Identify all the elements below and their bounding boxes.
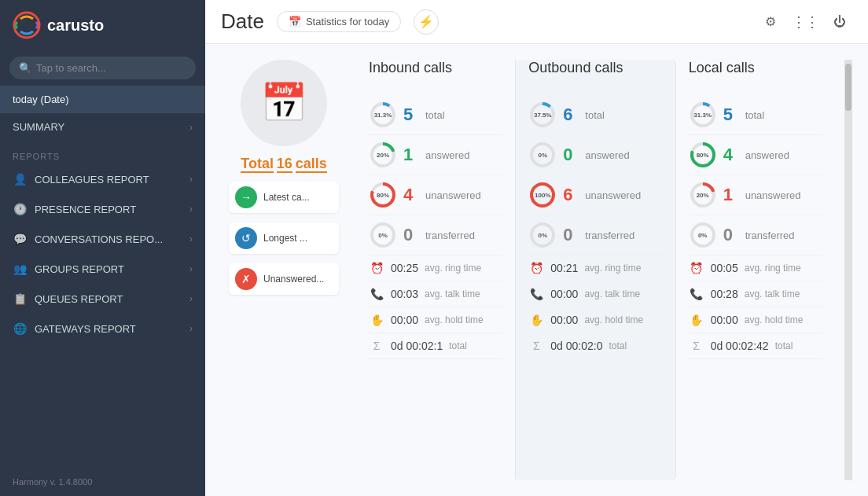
unanswered-call-item[interactable]: ✗ Unanswered... (229, 263, 339, 295)
calendar-icon: 📅 (289, 16, 301, 28)
inbound-total-donut: 31.3% (369, 101, 397, 129)
local-transferred-label: transferred (745, 230, 795, 241)
calendar-graphic: 📅 (241, 60, 327, 146)
gateways-icon: 🌐 (13, 321, 27, 336)
sigma-icon-1: Σ (369, 338, 384, 354)
sidebar-item-groups-report[interactable]: 👥 GROUPS REPORT › (0, 254, 205, 284)
local-header: Local calls (689, 60, 822, 83)
local-ring-label: avg. ring time (745, 263, 801, 274)
outbound-unanswered-value: 6 (563, 185, 579, 205)
outbound-transferred-value: 0 (563, 225, 579, 245)
latest-call-item[interactable]: → Latest ca... (229, 182, 339, 213)
settings-button[interactable]: ⚙ (758, 9, 783, 35)
longest-call-item[interactable]: ↺ Longest ... (229, 222, 339, 254)
app-name: carusto (47, 17, 104, 35)
sidebar-item-presence-report[interactable]: 🕐 PRESENCE REPORT › (0, 194, 205, 224)
sidebar-item-gateways-report[interactable]: 🌐 GATEWAYS REPORT › (0, 314, 205, 344)
logo-area: carusto (0, 0, 205, 50)
sidebar-item-colleagues-report[interactable]: 👤 COLLEAGUES REPORT › (0, 164, 205, 194)
local-transferred-row: 0% 0 transferred (689, 215, 822, 255)
grid-button[interactable]: ⋮⋮ (793, 9, 818, 35)
reports-section-label: REPORTS (0, 141, 205, 164)
outbound-answered-row: 0% 0 answered (528, 135, 662, 175)
colleagues-arrow: › (189, 174, 193, 185)
inbound-unanswered-row: 80% 4 unanswered (369, 175, 502, 215)
nav-today[interactable]: today (Date) (0, 86, 205, 113)
hold-icon-1: ✋ (369, 312, 384, 328)
talk-icon-1: 📞 (369, 286, 384, 302)
stats-button[interactable]: 📅 Statistics for today (277, 11, 401, 32)
local-total-donut: 31.3% (689, 101, 717, 129)
inbound-ring-value: 00:25 (391, 262, 418, 274)
scrollbar-thumb[interactable] (845, 64, 851, 111)
outbound-total-value: 6 (563, 105, 579, 125)
search-input[interactable] (36, 62, 186, 74)
unanswered-call-icon: ✗ (235, 268, 257, 290)
inbound-total-pct: 31.3% (374, 112, 392, 119)
hold-icon-2: ✋ (528, 312, 544, 328)
queues-icon: 📋 (13, 292, 27, 306)
outbound-total-time-label: total (609, 340, 627, 351)
outbound-avg-talk: 📞 00:00 avg. talk time (528, 281, 662, 307)
outbound-unanswered-row: 100% 6 unanswered (528, 175, 662, 215)
local-answered-label: answered (745, 149, 789, 161)
inbound-total-time: Σ 0d 00:02:1 total (369, 333, 502, 359)
nav-summary[interactable]: SUMMARY › (0, 113, 205, 141)
unanswered-call-label: Unanswered... (263, 274, 324, 285)
outbound-ring-value: 00:21 (550, 262, 578, 274)
nav-summary-label: SUMMARY (13, 121, 64, 133)
ring-icon-1: ⏰ (369, 260, 384, 276)
sidebar-item-conversations-report[interactable]: 💬 CONVERSATIONS REPO... › (0, 224, 205, 254)
ring-icon-3: ⏰ (689, 260, 704, 276)
sigma-icon-3: Σ (689, 338, 704, 354)
inbound-transferred-donut: 0% (369, 221, 397, 249)
inbound-answered-value: 1 (403, 145, 419, 165)
power-button[interactable]: ⏻ (827, 9, 852, 35)
groups-label: GROUPS REPORT (35, 263, 124, 275)
outbound-total-label: total (585, 109, 605, 121)
inbound-transferred-row: 0% 0 transferred (369, 215, 502, 255)
nav-today-label: today (Date) (13, 94, 69, 105)
outbound-answered-label: answered (585, 149, 629, 161)
inbound-ring-label: avg. ring time (425, 263, 481, 274)
outbound-hold-value: 00:00 (550, 314, 578, 326)
inbound-total-time-label: total (449, 340, 467, 351)
conversations-label: CONVERSATIONS REPO... (35, 233, 163, 245)
local-total-row: 31.3% 5 total (689, 95, 822, 135)
sidebar-item-queues-report[interactable]: 📋 QUEUES REPORT › (0, 284, 205, 314)
local-avg-talk: 📞 00:28 avg. talk time (689, 281, 822, 307)
local-unanswered-donut: 20% (689, 181, 717, 209)
local-transferred-value: 0 (723, 225, 739, 245)
flash-button[interactable]: ⚡ (414, 9, 439, 35)
local-transferred-pct: 0% (698, 232, 708, 239)
outbound-talk-label: avg. talk time (584, 288, 640, 299)
local-answered-row: 80% 4 answered (689, 135, 822, 175)
outbound-answered-donut: 0% (528, 141, 557, 169)
groups-icon: 👥 (13, 262, 27, 276)
inbound-unanswered-donut: 80% (369, 181, 397, 209)
inbound-column: Inbound calls 31.3% 5 total (356, 60, 516, 480)
gateways-label: GATEWAYS REPORT (35, 323, 136, 335)
inbound-transferred-value: 0 (403, 225, 419, 245)
total-count: 16 (277, 156, 292, 173)
outbound-header: Outbound calls (528, 60, 662, 83)
hold-icon-3: ✋ (689, 312, 704, 328)
local-avg-ring: ⏰ 00:05 avg. ring time (689, 255, 822, 281)
outbound-answered-pct: 0% (539, 152, 548, 159)
local-total-time: Σ 0d 00:02:42 total (689, 333, 822, 359)
search-bar[interactable]: 🔍 (9, 57, 196, 79)
scrollbar[interactable] (844, 60, 852, 480)
inbound-header: Inbound calls (369, 60, 502, 83)
stats-area: Inbound calls 31.3% 5 total (356, 60, 835, 480)
settings-icon: ⚙ (765, 14, 776, 29)
outbound-transferred-label: transferred (585, 230, 634, 241)
queues-label: QUEUES REPORT (35, 293, 123, 305)
inbound-hold-value: 00:00 (391, 314, 418, 326)
inbound-talk-label: avg. talk time (425, 288, 480, 299)
outbound-hold-label: avg. hold time (584, 314, 643, 325)
total-calls: Total 16 calls (241, 156, 327, 172)
inbound-avg-talk: 📞 00:03 avg. talk time (369, 281, 502, 307)
outbound-transferred-row: 0% 0 transferred (528, 215, 662, 255)
inbound-answered-donut: 20% (369, 141, 397, 169)
inbound-answered-pct: 20% (377, 152, 389, 159)
